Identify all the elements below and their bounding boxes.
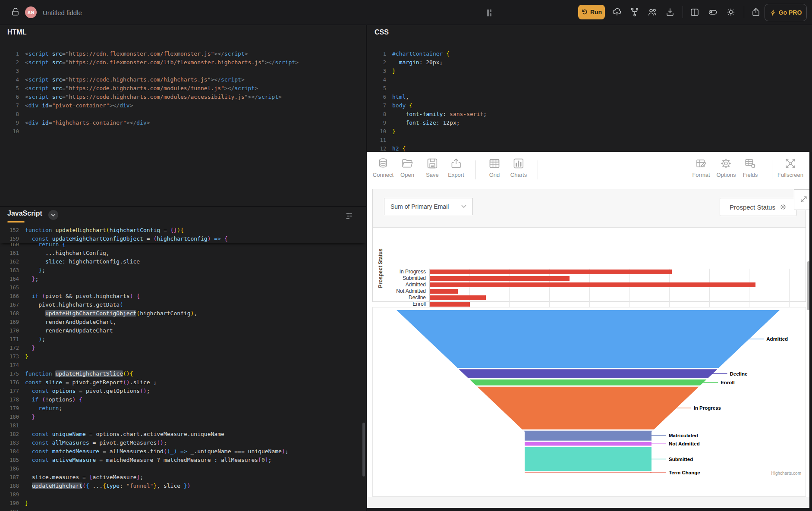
panel-layout-icon[interactable]	[689, 7, 700, 17]
go-pro-button[interactable]: Go PRO	[765, 4, 807, 21]
code-text: <script src="https://code.highcharts.com…	[25, 75, 245, 84]
format-toolbar-button[interactable]: Format	[692, 157, 710, 178]
export-label: Export	[448, 172, 464, 178]
code-text: }	[25, 499, 28, 508]
code-line: 1<script src="https://cdn.flexmonster.co…	[0, 50, 366, 58]
avatar[interactable]: AN	[25, 6, 37, 18]
code-text: const updateHighChartConfigObject = (hig…	[25, 235, 228, 243]
js-language-dropdown[interactable]	[48, 210, 58, 220]
result-footer-strip	[367, 508, 812, 511]
bar[interactable]	[430, 276, 570, 281]
code-line: 165	[0, 283, 366, 292]
code-text: h2 {	[392, 144, 406, 152]
funnel-slice-label[interactable]: Term Change	[669, 470, 700, 475]
highcharts-credits[interactable]: Highcharts.com	[771, 471, 801, 476]
funnel-slice[interactable]	[470, 379, 707, 386]
code-line: 7body {	[367, 101, 812, 110]
funnel-slice[interactable]	[397, 310, 780, 368]
funnel-slice-label[interactable]: Matriculated	[669, 433, 698, 438]
unlock-icon[interactable]	[10, 7, 21, 17]
result-panel: Connect Open Save Export Grid Charts For…	[367, 152, 812, 511]
connect-toolbar-button[interactable]: Connect	[373, 157, 393, 178]
grid-toolbar-button[interactable]: Grid	[488, 157, 501, 178]
collaborate-icon[interactable]	[647, 7, 658, 17]
code-text: <script src="https://code.highcharts.com…	[25, 93, 282, 101]
funnel-slice-label[interactable]: Decline	[730, 371, 748, 376]
funnel-slice[interactable]	[525, 473, 651, 473]
export-toolbar-button[interactable]: Export	[448, 157, 464, 178]
line-number: 187	[0, 473, 25, 482]
bar[interactable]	[430, 282, 755, 287]
funnel-slice[interactable]	[524, 431, 653, 441]
line-number: 1	[367, 50, 392, 58]
js-scrollbar[interactable]	[362, 423, 365, 477]
line-number: 183	[0, 439, 25, 447]
code-line: 10	[0, 127, 366, 136]
code-line: 177 const options = pivot.getOptions();	[0, 387, 366, 395]
format-icon	[695, 157, 708, 170]
refresh-icon	[581, 9, 588, 16]
bar[interactable]	[430, 270, 672, 274]
code-text: }	[25, 344, 35, 352]
funnel-slice-label[interactable]: Admitted	[766, 336, 788, 342]
fork-icon[interactable]	[629, 7, 640, 17]
save-label: Save	[426, 172, 439, 178]
theme-icon[interactable]	[726, 7, 736, 17]
code-line: 4	[367, 75, 812, 84]
funnel-slice-label[interactable]: In Progress	[694, 405, 721, 411]
code-line: 163 };	[0, 266, 366, 275]
code-text: };	[25, 275, 38, 283]
line-number: 177	[0, 387, 25, 395]
category-label: Admitted	[406, 282, 426, 288]
line-number: 178	[0, 395, 25, 404]
toggle-icon[interactable]	[708, 7, 718, 17]
html-code-area[interactable]: 1<script src="https://cdn.flexmonster.co…	[0, 50, 366, 136]
fields-toolbar-button[interactable]: Fields	[743, 157, 758, 178]
code-text: return {	[25, 243, 66, 249]
charts-toolbar-button[interactable]: Charts	[510, 157, 527, 178]
code-text: };	[25, 266, 45, 275]
lightning-icon	[770, 9, 776, 16]
funnel-chart[interactable]: AdmittedDeclineEnrollIn ProgressMatricul…	[373, 307, 806, 496]
code-line: 176const slice = pivot.getReport().slice…	[0, 378, 366, 387]
bar[interactable]	[430, 289, 458, 294]
code-text: <script src="https://cdn.flexmonster.com…	[25, 50, 248, 58]
measure-dropdown[interactable]: Sum of Primary Email	[384, 198, 473, 215]
code-line: 175function updateHighchartSlice(){	[0, 370, 366, 378]
js-code-area[interactable]: 152function updateHighchart(highchartCon…	[0, 226, 366, 511]
line-number: 190	[0, 499, 25, 508]
editor-layout-icon[interactable]	[484, 8, 494, 18]
fields-label: Fields	[743, 172, 758, 178]
funnel-slice[interactable]	[525, 447, 651, 471]
css-code-area[interactable]: 1#chartContainer {2 margin: 20px;3}456ht…	[367, 50, 812, 152]
code-line: 6html,	[367, 93, 812, 101]
fullscreen-toolbar-button[interactable]: Fullscreen	[777, 157, 803, 178]
fiddle-title[interactable]: Untitled fiddle	[43, 9, 82, 16]
funnel-slice-label[interactable]: Submitted	[669, 457, 693, 462]
funnel-slice[interactable]	[477, 387, 699, 429]
open-toolbar-button[interactable]: Open	[400, 157, 414, 178]
bar[interactable]	[430, 302, 470, 307]
code-text: #chartContainer {	[392, 50, 450, 58]
code-text: <script src="https://code.highcharts.com…	[25, 84, 258, 93]
funnel-slice-label[interactable]: Not Admitted	[669, 441, 700, 446]
bar[interactable]	[430, 295, 486, 300]
run-button[interactable]: Run	[578, 5, 605, 19]
code-line: 179 return;	[0, 404, 366, 413]
download-icon[interactable]	[665, 7, 675, 17]
funnel-slice-label[interactable]: Enroll	[721, 380, 735, 385]
prospect-status-field-button[interactable]: Prospect Status	[720, 198, 796, 216]
line-number: 12	[367, 144, 392, 152]
line-number: 173	[0, 352, 25, 361]
code-line: 11	[367, 136, 812, 144]
share-icon[interactable]	[751, 7, 761, 17]
cloud-save-icon[interactable]	[612, 7, 622, 17]
code-line: 3	[0, 67, 366, 75]
funnel-slice[interactable]	[525, 442, 651, 446]
code-line: 169 renderAndUpdateChart,	[0, 318, 366, 326]
options-toolbar-button[interactable]: Options	[717, 157, 736, 178]
format-code-icon[interactable]	[344, 211, 354, 221]
save-toolbar-button[interactable]: Save	[426, 157, 439, 178]
funnel-slice[interactable]	[459, 369, 718, 378]
code-line: 8	[0, 110, 366, 119]
